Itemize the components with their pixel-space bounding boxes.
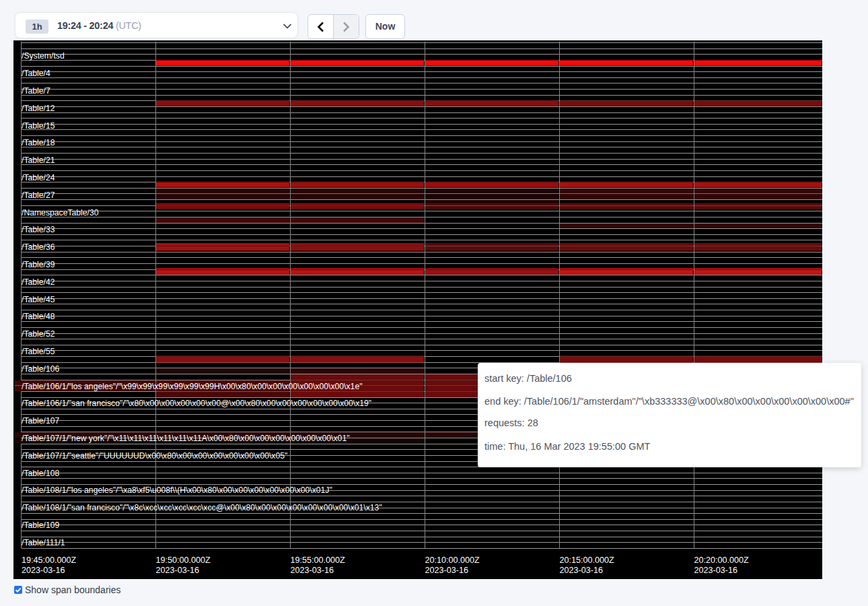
svg-text:/Table/106: /Table/106 [22,364,59,374]
svg-text:/Table/111/1: /Table/111/1 [22,538,65,547]
svg-text:/Table/7: /Table/7 [22,86,50,96]
svg-text:/Table/106/1/"los angeles"/"\x: /Table/106/1/"los angeles"/"\x99\x99\x99… [22,382,362,391]
svg-text:/Table/33: /Table/33 [22,225,55,234]
svg-text:20:20:00.000Z: 20:20:00.000Z [694,556,750,565]
svg-text:2023-03-16: 2023-03-16 [560,566,603,575]
svg-text:/Table/36: /Table/36 [22,242,55,252]
svg-text:/Table/108/1/"san francisco"/": /Table/108/1/"san francisco"/"\x8c\xcc\x… [22,503,382,512]
svg-text:/Table/39: /Table/39 [22,260,55,269]
svg-text:/Table/4: /Table/4 [22,69,50,78]
svg-text:/Table/107/1/"new york"/"\x11\: /Table/107/1/"new york"/"\x11\x11\x11\x1… [22,434,350,443]
svg-text:/Table/18: /Table/18 [22,138,55,147]
svg-text:/Table/42: /Table/42 [22,277,55,287]
svg-text:/Table/48: /Table/48 [22,312,55,321]
svg-text:/Table/107/1/"seattle"/"UUUUUU: /Table/107/1/"seattle"/"UUUUUUD\x00\x80\… [22,451,287,461]
svg-text:/Table/45: /Table/45 [22,295,55,304]
svg-text:/Table/12: /Table/12 [22,104,55,113]
svg-text:/Table/108: /Table/108 [22,469,59,478]
svg-text:/Table/109: /Table/109 [22,520,59,530]
svg-text:19:50:00.000Z: 19:50:00.000Z [156,556,211,565]
svg-text:/Table/106/1/"san francisco"/": /Table/106/1/"san francisco"/"\x80\x00\x… [22,399,371,408]
svg-text:2023-03-16: 2023-03-16 [291,566,334,575]
svg-text:19:45:00.000Z: 19:45:00.000Z [22,556,77,565]
svg-text:/Table/15: /Table/15 [22,121,55,131]
svg-text:/Table/24: /Table/24 [22,173,55,182]
svg-text:/NamespaceTable/30: /NamespaceTable/30 [22,208,99,217]
svg-text:20:15:00.000Z: 20:15:00.000Z [560,556,615,565]
svg-text:19:55:00.000Z: 19:55:00.000Z [291,556,346,565]
svg-text:2023-03-16: 2023-03-16 [425,566,468,575]
svg-text:2023-03-16: 2023-03-16 [156,566,199,575]
svg-text:/Table/55: /Table/55 [22,347,55,356]
svg-text:/Table/21: /Table/21 [22,156,55,165]
svg-text:20:10:00.000Z: 20:10:00.000Z [425,556,480,565]
svg-text:2023-03-16: 2023-03-16 [22,566,65,575]
svg-text:/System/tsd: /System/tsd [22,51,65,61]
svg-text:/Table/108/1/"los angeles"/"\x: /Table/108/1/"los angeles"/"\xa8\xf5\u00… [22,485,332,495]
svg-text:/Table/52: /Table/52 [22,329,55,339]
svg-text:/Table/27: /Table/27 [22,191,55,200]
svg-text:2023-03-16: 2023-03-16 [694,566,737,575]
svg-text:/Table/107: /Table/107 [22,416,59,426]
